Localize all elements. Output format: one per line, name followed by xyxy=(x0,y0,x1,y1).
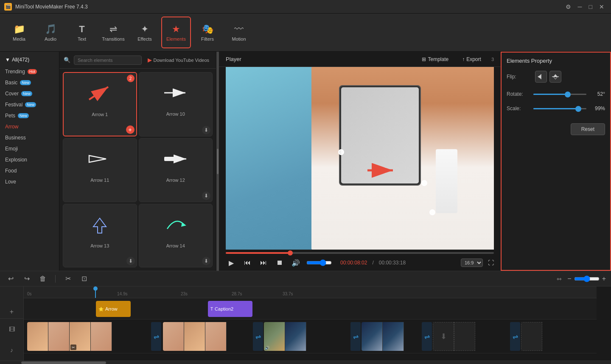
tool-filters-label: Filters xyxy=(201,36,214,42)
prev-frame-button[interactable]: ⏮ xyxy=(242,257,253,268)
element-arrow-11[interactable]: Arrow 11 xyxy=(63,138,137,202)
aspect-ratio-select[interactable]: 16:9 9:16 1:1 4:3 xyxy=(461,258,483,267)
video-strip-2[interactable] xyxy=(163,322,252,351)
download-arrow14-btn[interactable]: ⬇ xyxy=(202,257,210,265)
arrow11-name: Arrow 11 xyxy=(90,178,109,183)
element-arrow-12[interactable]: ⬇ Arrow 12 xyxy=(139,138,213,202)
reset-button[interactable]: Reset xyxy=(571,123,605,135)
scale-slider[interactable] xyxy=(533,108,586,109)
category-explosion[interactable]: Explosion xyxy=(0,154,59,165)
element-arrow-14[interactable]: ⬇ Arrow 14 xyxy=(139,204,213,267)
arrow-clip[interactable]: ⭐ Arrow xyxy=(96,301,131,317)
transition-5[interactable]: ⇌ xyxy=(510,322,520,351)
zoom-out-button[interactable]: − xyxy=(567,275,571,283)
scale-thumb[interactable] xyxy=(575,106,581,112)
timeline-content[interactable]: 0s 14.9s 23s 28.7s 33.7s ⭐ Arrow xyxy=(24,286,611,361)
playhead-handle[interactable] xyxy=(93,286,98,291)
minimize-button[interactable]: ─ xyxy=(575,3,585,11)
category-trending[interactable]: Trending Hot xyxy=(0,66,59,77)
horizontal-scrollbar[interactable] xyxy=(0,361,611,364)
video-frame-14 xyxy=(521,322,542,351)
tool-filters[interactable]: 🎭 Filters xyxy=(193,17,222,48)
category-food[interactable]: Food xyxy=(0,165,59,176)
category-festival[interactable]: Festival New xyxy=(0,99,59,110)
rotate-slider[interactable] xyxy=(533,94,586,95)
arrow10-name: Arrow 10 xyxy=(166,111,185,117)
video-strip-6[interactable] xyxy=(521,322,589,351)
category-arrow[interactable]: Arrow xyxy=(0,121,59,132)
track1-row: ⭐ Arrow T Caption2 xyxy=(24,298,597,320)
category-emoji[interactable]: Emoji xyxy=(0,143,59,154)
maximize-button[interactable]: □ xyxy=(586,3,595,11)
delete-button[interactable]: 🗑 xyxy=(37,273,48,284)
tool-media[interactable]: 📁 Media xyxy=(4,17,34,48)
element-arrow-13[interactable]: ⬇ Arrow 13 xyxy=(63,204,137,267)
cut-button[interactable]: ✂ xyxy=(62,273,73,284)
total-time: 00:00:33:18 xyxy=(379,260,406,266)
timeline-playhead[interactable] xyxy=(95,286,96,298)
tool-elements[interactable]: ★ Elements xyxy=(161,17,191,48)
video-strip-4[interactable] xyxy=(362,322,421,351)
collapse-icon[interactable]: ▼ xyxy=(5,57,10,63)
trending-badge: Hot xyxy=(28,69,37,74)
progress-thumb[interactable] xyxy=(288,250,293,256)
zoom-slider[interactable] xyxy=(574,275,600,282)
stop-button[interactable]: ⏹ xyxy=(274,257,285,268)
next-frame-button[interactable]: ⏭ xyxy=(258,257,269,268)
tool-motion[interactable]: 〰 Motion xyxy=(224,17,254,48)
tool-text[interactable]: T Text xyxy=(67,17,97,48)
arrow14-preview xyxy=(143,208,209,242)
tool-audio[interactable]: 🎵 Audio xyxy=(36,17,65,48)
player-tab[interactable]: Player xyxy=(226,56,241,62)
undo-button[interactable]: ↩ xyxy=(5,273,16,284)
zoom-in-button[interactable]: + xyxy=(602,275,606,283)
arrow14-name: Arrow 14 xyxy=(166,243,185,248)
fullscreen-button[interactable]: ⛶ xyxy=(488,259,494,266)
add-arrow1-btn[interactable]: + xyxy=(126,125,135,134)
settings-button[interactable]: ⚙ xyxy=(563,3,574,11)
category-business[interactable]: Business xyxy=(0,132,59,143)
element-arrow-10[interactable]: ⬇ Arrow 10 xyxy=(139,72,213,136)
progress-bar[interactable] xyxy=(226,252,494,254)
element-arrow-1[interactable]: + 2 Arrow 1 xyxy=(63,72,137,136)
transition-1[interactable]: ⇌ xyxy=(151,322,161,351)
youtube-icon: ▶ xyxy=(148,57,152,63)
play-button[interactable]: ▶ xyxy=(226,257,237,268)
export-button[interactable]: ↑ Export xyxy=(459,55,485,64)
transition-4[interactable]: ⇌ xyxy=(422,322,432,351)
caption-icon: T xyxy=(210,307,213,311)
download-arrow10-btn[interactable]: ⬇ xyxy=(202,126,210,134)
tool-transitions[interactable]: ⇌ Transitions xyxy=(98,17,128,48)
template-icon: ⊞ xyxy=(422,56,426,62)
cover-label: Cover xyxy=(5,91,19,97)
template-button[interactable]: ⊞ Template xyxy=(418,55,452,64)
video-strip-1[interactable]: ✂ xyxy=(27,322,150,351)
track1-add-icon[interactable]: + xyxy=(10,308,14,316)
category-basic[interactable]: Basic New xyxy=(0,77,59,88)
crop-button[interactable]: ⊡ xyxy=(78,273,90,284)
tool-effects[interactable]: ✦ Effects xyxy=(130,17,160,48)
category-pets[interactable]: Pets New xyxy=(0,110,59,121)
category-cover[interactable]: Cover New xyxy=(0,88,59,99)
volume-slider[interactable] xyxy=(306,259,332,266)
video-strip-3[interactable]: 🔊 xyxy=(264,322,349,351)
close-button[interactable]: ✕ xyxy=(597,3,607,11)
video-strip-5[interactable]: ⬇ xyxy=(433,322,509,351)
category-love[interactable]: Love xyxy=(0,176,59,187)
rotate-thumb[interactable] xyxy=(565,92,571,97)
transition-3[interactable]: ⇌ xyxy=(350,322,361,351)
split-icon[interactable]: ⇿ xyxy=(554,273,565,284)
flip-vertical-button[interactable] xyxy=(549,71,561,83)
search-input[interactable] xyxy=(74,56,142,65)
flip-horizontal-button[interactable] xyxy=(535,71,547,83)
transition-2[interactable]: ⇌ xyxy=(253,322,263,351)
scroll-thumb-horizontal[interactable] xyxy=(21,361,106,364)
redo-button[interactable]: ↪ xyxy=(21,273,32,284)
download-youtube-btn[interactable]: ▶ Download YouTube Videos xyxy=(145,55,212,65)
download-arrow12-btn[interactable]: ⬇ xyxy=(202,192,210,200)
download-arrow13-btn[interactable]: ⬇ xyxy=(126,257,135,265)
volume-icon[interactable]: 🔊 xyxy=(290,257,301,268)
arrow1-num-badge: 2 xyxy=(127,75,135,82)
app-icon: 🎬 xyxy=(4,3,12,11)
caption-clip[interactable]: T Caption2 xyxy=(208,301,252,317)
